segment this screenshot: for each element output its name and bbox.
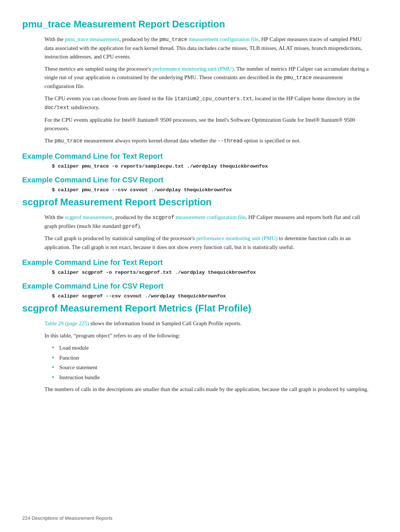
section2-sub1-code: $ caliper scgprof -o reports/scgprof.txt… bbox=[52, 270, 378, 275]
section1-para5: The pmu_trace measurement always reports… bbox=[44, 137, 370, 145]
section2-sub2-code: $ caliper scgprof --csv csvout ./wordpla… bbox=[52, 293, 378, 299]
section1-para2: These metrics are sampled using the proc… bbox=[44, 65, 370, 91]
pmu-link1[interactable]: performance monitoring unit (PMU) bbox=[152, 66, 234, 72]
section3-closing: The numbers of calls in the descriptions… bbox=[44, 385, 370, 394]
section1-sub1-title: Example Command Line for Text Report bbox=[22, 152, 378, 161]
bullet-item-1: Load module bbox=[52, 344, 378, 352]
section3-bullet-list: Load module Function Source statement In… bbox=[52, 344, 378, 381]
scgprof-measurement-link[interactable]: scgprof measurement bbox=[65, 214, 113, 220]
scgprof-mono1: scgprof bbox=[153, 215, 174, 220]
section2-para2: The call graph is produced by statistica… bbox=[44, 234, 370, 252]
section3-intro1-rest: shows the information found in Sampled C… bbox=[89, 320, 241, 326]
pmu-trace-mono3: pmu_trace bbox=[54, 138, 83, 144]
section1-sub1-code: $ caliper pmu_trace -o reports/samplecpu… bbox=[52, 164, 378, 169]
section2-title: scgprof Measurement Report Description bbox=[22, 196, 378, 208]
measurement-config-link2[interactable]: measurement configuration file bbox=[176, 214, 245, 220]
section3-intro1: Table 29 (page 225) shows the informatio… bbox=[44, 319, 370, 328]
bullet-item-3: Source statement bbox=[52, 363, 378, 372]
section1-title: pmu_trace Measurement Report Description bbox=[22, 18, 378, 30]
doc-text-mono: doc/text bbox=[44, 105, 69, 111]
gprof-mono: gprof bbox=[122, 223, 138, 229]
table29-link[interactable]: Table 29 (page 225) bbox=[44, 320, 89, 326]
measurement-config-link1[interactable]: measurement configuration file bbox=[189, 36, 259, 42]
page-footer: 224 Descriptions of Measurement Reports bbox=[22, 515, 113, 521]
section3-title: scgprof Measurement Report Metrics (Flat… bbox=[22, 303, 378, 314]
section2-para1: With the scgprof measurement, produced b… bbox=[44, 213, 370, 230]
section1-para1: With the pmu_trace measurement, produced… bbox=[44, 35, 370, 61]
bullet-item-2: Function bbox=[52, 354, 378, 362]
section1-para3: The CPU events you can choose from are l… bbox=[44, 94, 370, 112]
pmu-link2[interactable]: performance monitoring unit (PMU) bbox=[196, 235, 278, 241]
bullet-item-4: Instruction bundle bbox=[52, 373, 378, 382]
section1-sub2-code: $ caliper pmu_trace --csv csvout ./wordp… bbox=[52, 187, 378, 193]
thread-mono: --thread bbox=[218, 138, 243, 144]
pmu-trace-mono1: pmu_trace bbox=[159, 37, 187, 43]
section2-sub1-title: Example Command Line for Text Report bbox=[22, 258, 378, 267]
section2-sub2-title: Example Command Line for CSV Report bbox=[22, 282, 378, 290]
pmu-trace-measurement-link[interactable]: pmu_trace measurement bbox=[65, 36, 119, 42]
pmu-trace-mono2: pmu_trace bbox=[284, 75, 312, 81]
itanium-file-mono: itanium2_cpu_counters.txt bbox=[174, 96, 252, 102]
section1-sub2-title: Example Command Line for CSV Report bbox=[22, 176, 378, 184]
section3-intro2: In this table, “program object” refers t… bbox=[44, 331, 370, 340]
section1-para4: For the CPU events applicable for Intel®… bbox=[44, 116, 370, 133]
